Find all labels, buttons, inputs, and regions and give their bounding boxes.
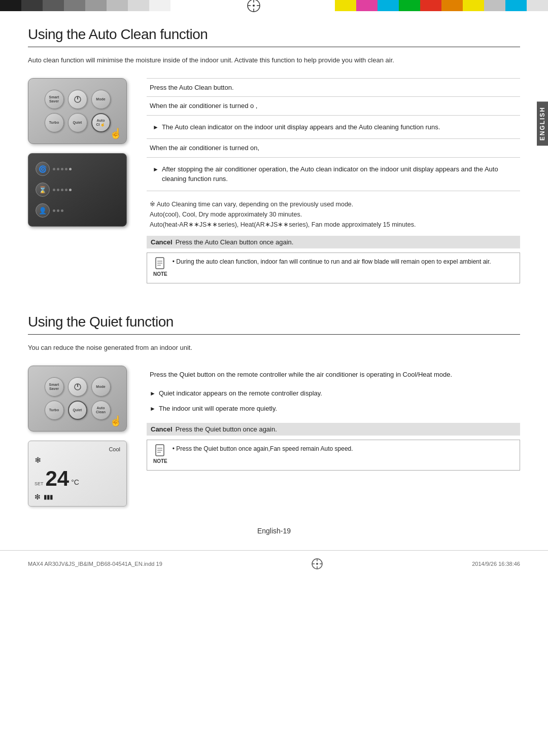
page-footer: MAX4 AR30JV&JS_IB&IM_DB68-04541A_EN.indd… (0, 550, 548, 577)
bullet-item-1: ► The Auto clean indicator on the indoor… (150, 120, 517, 135)
bullet-item-2: ► After stopping the air conditioner ope… (150, 162, 517, 187)
color-block (378, 0, 399, 11)
grayscale-blocks (0, 0, 173, 11)
display-set-label: SET (35, 481, 44, 486)
step-bullet-1: ► The Auto clean indicator on the indoor… (147, 115, 520, 139)
wave-icon: 🌀 (36, 162, 50, 176)
turbo-btn: Turbo (45, 113, 64, 132)
fan-icon: ❇ (35, 493, 41, 501)
q-turbo-btn: Turbo (45, 401, 64, 420)
grayscale-block (64, 0, 85, 11)
instructions-table: Press the Auto Clean button. When the ai… (147, 78, 520, 191)
section-separator (28, 294, 520, 314)
footer-compass-icon (311, 558, 323, 570)
unit-dots-2 (53, 189, 72, 191)
step-press-button: Press the Auto Clean button. (147, 78, 520, 97)
grayscale-block (0, 0, 21, 11)
quiet-remote-control: SmartSaver Mode Turbo (28, 366, 127, 431)
color-block (356, 0, 378, 11)
info-block-1: ※ Auto Cleaning time can vary, depending… (147, 197, 520, 232)
step-turned-on: When the air conditioner is turned on, (147, 139, 520, 158)
step-turned-off: When the air conditioner is turned o , (147, 97, 520, 116)
turned-on-text: When the air conditioner is turned on, (147, 139, 520, 158)
dot (61, 189, 63, 191)
snowflake-row: ❄ (35, 455, 120, 465)
display-icons-row: ❇ ▮▮▮ (35, 493, 120, 501)
indoor-unit-display: 🌀 ⌛ (28, 153, 127, 227)
clock-icon: ⌛ (36, 183, 50, 197)
grayscale-block (43, 0, 64, 11)
note-text: During the auto clean function, indoor f… (176, 258, 491, 265)
note-document-icon (155, 257, 166, 269)
arrow-icon: ► (153, 123, 159, 132)
grayscale-block (85, 0, 107, 11)
q-mode-btn: Mode (91, 377, 111, 397)
bullet-2-content: After stopping the air conditioner opera… (162, 164, 514, 184)
mode-btn: Mode (91, 90, 111, 109)
arrow-icon-2: ► (153, 165, 159, 184)
unit-row-1: 🌀 (36, 162, 119, 176)
grayscale-block (107, 0, 128, 11)
q-note-label: NOTE (153, 457, 167, 465)
top-center (173, 0, 335, 11)
svg-point-1 (253, 5, 255, 7)
auto-clean-title: Using the Auto Clean function (28, 26, 520, 47)
bars-icon: ▮▮▮ (44, 493, 53, 500)
dot (53, 189, 55, 191)
q-note-content: • Press the Quiet button once again,Fan … (173, 444, 353, 453)
dot (65, 189, 67, 191)
q-note-icon: NOTE (153, 444, 167, 466)
color-block (399, 0, 420, 11)
remote-control-image: SmartSaver Mode Turbo (28, 78, 127, 144)
display-degree: °C (71, 478, 79, 486)
info-text-1: ※ Auto Cleaning time can vary, depending… (150, 199, 517, 209)
bullet-2-text: ► After stopping the air conditioner ope… (147, 157, 520, 191)
unit-dots-1 (53, 168, 72, 170)
display-cool-label: Cool (35, 446, 120, 452)
q-note-document-icon (155, 444, 166, 456)
grayscale-block (149, 0, 170, 11)
arrow-icon-q1: ► (150, 389, 156, 399)
smart-saver-btn: SmartSaver (45, 90, 64, 109)
grayscale-block (128, 0, 149, 11)
quiet-bullet-1: ► Quiet indicator appears on the remote … (147, 386, 520, 401)
auto-clean-btn: AutoCl ☝ (91, 113, 111, 132)
dot (61, 209, 63, 212)
cancel-text: Press the Auto Clean button once again. (176, 238, 294, 246)
quiet-instructions: Press the Quiet button on the remote con… (147, 366, 520, 507)
page-number-center: English-19 (28, 522, 520, 540)
footer-left: MAX4 AR30JV&JS_IB&IM_DB68-04541A_EN.indd… (28, 561, 162, 567)
auto-clean-intro: Auto clean function will minimise the mo… (28, 55, 520, 66)
quiet-remote-bottom-row: Turbo Quiet AutoClean (45, 401, 111, 420)
quiet-images: SmartSaver Mode Turbo (28, 366, 134, 507)
cancel-label: Cancel (151, 238, 173, 246)
footer-right: 2014/9/26 16:38:46 (472, 561, 520, 567)
auto-clean-instructions: Press the Auto Clean button. When the ai… (147, 78, 520, 283)
color-block (463, 0, 484, 11)
person-icon: 👤 (36, 203, 50, 218)
auto-clean-body: SmartSaver Mode Turbo (28, 78, 520, 283)
q-power-btn (68, 377, 87, 397)
bullet-1-content: The Auto clean indicator on the indoor u… (162, 122, 440, 132)
q-smart-saver-btn: SmartSaver (45, 377, 64, 397)
dot (57, 168, 59, 170)
note-label: NOTE (153, 270, 167, 278)
quiet-bullet-1-text: Quiet indicator appears on the remote co… (159, 388, 322, 399)
dot (61, 168, 63, 170)
quiet-bullet-2-text: The indoor unit will operate more quietl… (159, 404, 277, 414)
dot (57, 189, 59, 191)
cancel-row-quiet: Cancel Press the Quiet button once again… (147, 423, 520, 436)
color-blocks (335, 0, 548, 11)
dot (53, 168, 55, 170)
step-bullet-2: ► After stopping the air conditioner ope… (147, 157, 520, 191)
note-icon: NOTE (153, 257, 167, 279)
bullet-1-text: ► The Auto clean indicator on the indoor… (147, 115, 520, 139)
quiet-cancel-text: Press the Quiet button once again. (176, 425, 277, 433)
remote-top-row: SmartSaver Mode (45, 90, 111, 109)
auto-clean-images: SmartSaver Mode Turbo (28, 78, 134, 283)
finger-icon: ☝ (110, 127, 122, 139)
dot (69, 189, 72, 191)
footer-compass (311, 556, 323, 572)
color-block (420, 0, 441, 11)
quiet-bullet-2: ► The indoor unit will operate more quie… (147, 401, 520, 416)
